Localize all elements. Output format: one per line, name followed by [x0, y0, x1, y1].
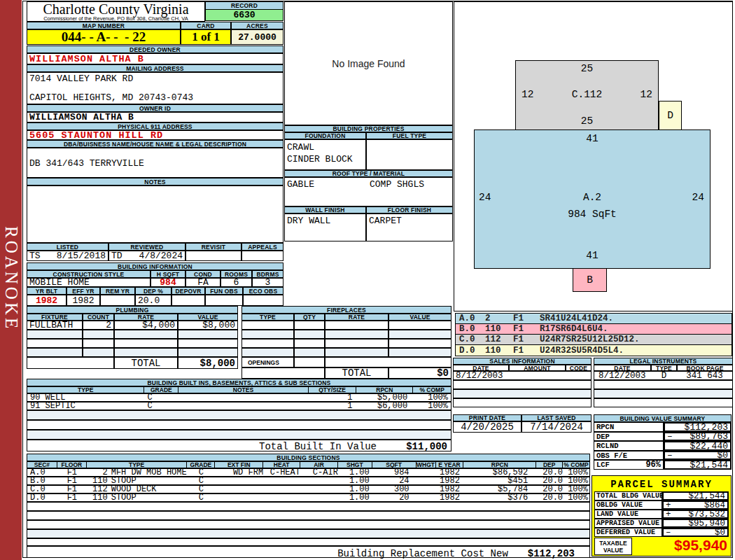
type-code: 112 — [87, 485, 108, 493]
parcel-amount: $0 — [715, 528, 725, 537]
deeded-owner-header: DEEDED OWNER — [27, 46, 284, 53]
parcel-value: +$864 — [662, 500, 729, 510]
roof-value-box: GABLE COMP SHGLS — [284, 177, 453, 206]
type-code: 110 — [87, 477, 108, 485]
wallfinish-value: DRY WALL — [284, 214, 366, 241]
owner-id-value: WILLIAMSON ALTHA B — [27, 112, 284, 122]
sections-col-grade: GRADE — [187, 462, 215, 468]
legal-col-bookpage: BOOK PAGE — [677, 365, 733, 371]
plumbing-total-spacer — [27, 357, 114, 369]
grade: C — [187, 493, 215, 502]
parcel-summary: PARCEL SUMMARY TOTAL BLDG VALUE $21,544 … — [592, 475, 732, 556]
builtins-comp: 100% — [413, 402, 451, 410]
shape-label: C.112 — [516, 89, 658, 100]
reviewed-value: TD4/8/2024 — [108, 251, 186, 261]
plumbing-value: $8,000 — [178, 321, 238, 330]
fireplaces-col-type: TYPE — [241, 314, 294, 321]
dep: 20.0 — [536, 485, 563, 493]
plumbing-col-value: VALUE — [178, 314, 238, 321]
openings-label: OPENINGS — [241, 357, 294, 368]
ext-fin: WD FRM — [215, 468, 263, 477]
plumbing-col-rate: RATE — [114, 314, 178, 321]
code-sec: B.0 — [456, 324, 485, 334]
yrblt-label: YR BLT — [27, 287, 66, 295]
bvs-label: DEP — [594, 432, 664, 441]
roof-type-value: GABLE — [287, 179, 314, 190]
sections-col-dep: DEP — [536, 462, 563, 468]
legal-description: DB 341/643 TERRYVILLE — [29, 158, 281, 169]
image-box: No Image Found — [284, 1, 453, 125]
dim-top: 25 — [516, 63, 658, 74]
fueltype-label: FUEL TYPE — [366, 132, 453, 139]
building-properties-header: BUILDING PROPERTIES — [284, 125, 453, 132]
plumbing-empty-row — [178, 330, 238, 339]
shgt: 1.00 — [338, 485, 372, 493]
code-floor: F1 — [513, 324, 540, 334]
sections-col-extfin: EXT FIN — [215, 462, 263, 468]
roof-material-value: COMP SHGLS — [370, 179, 424, 190]
bvs-label: RPCN — [594, 422, 664, 432]
floor: F1 — [57, 477, 87, 485]
builtins-col-rpcn: RPCN — [356, 387, 413, 393]
parcel-label: TOTAL BLDG VALUE — [594, 491, 662, 500]
fireplaces-total-value: $0 — [388, 368, 451, 379]
appeals-header: APPEALS — [241, 243, 284, 251]
shape-label: A.2 — [475, 192, 710, 203]
floor: F1 — [57, 485, 87, 493]
wallfinish-label: WALL FINISH — [284, 206, 366, 214]
sqft: 20 — [372, 493, 416, 502]
listed-value: TS8/15/2018 — [27, 251, 108, 261]
sections-col-shgt: SHGT — [338, 462, 372, 468]
roof-label: ROOF TYPE / MATERIAL — [284, 170, 453, 177]
eyear: 1982 — [436, 493, 464, 502]
parcel-amount: $864 — [704, 500, 725, 510]
parcel-amount: $21,544 — [688, 491, 725, 500]
taxable-label-line2: VALUE — [603, 547, 623, 554]
wallfinish-text: DRY WALL — [287, 216, 330, 226]
fireplaces-empty-row — [241, 339, 294, 348]
type-name: MFH DW MOB HOME — [108, 468, 188, 477]
sec: A.0 — [27, 468, 57, 477]
bvs-value: $21,544 — [664, 460, 732, 470]
commissioner-line: Commissioner of the Revenue, PO Box 308,… — [27, 16, 204, 22]
sections-header: BUILDING SECTIONS — [27, 454, 590, 461]
sqft: 984 — [372, 468, 416, 477]
grade: C — [187, 477, 215, 485]
code-type: 110 — [485, 346, 513, 356]
rcn-value: $112,203 — [489, 548, 575, 559]
sales-header: SALES INFORMATION — [453, 358, 592, 365]
eyear: 1982 — [436, 477, 464, 485]
card-value: 1 of 1 — [181, 29, 231, 45]
builtins-comp: 100% — [413, 393, 451, 402]
sec: B.0 — [27, 477, 57, 485]
cond-label: COND — [186, 270, 220, 278]
sales-col-code: CODE — [566, 365, 592, 371]
mailing-line2: CAPITOL HEIGHTS, MD 20743-0743 — [29, 92, 281, 103]
bvs-amount: $22,440 — [690, 441, 728, 451]
reviewed-date: 4/8/2024 — [139, 251, 183, 261]
mailing-address-header: MAILING ADDRESS — [27, 64, 284, 72]
rpcn: $376 — [463, 493, 536, 502]
appeals-value — [241, 251, 284, 261]
parcel-summary-title: PARCEL SUMMARY — [592, 476, 731, 490]
plumbing-empty-row — [114, 348, 178, 357]
listed-by: TS — [29, 251, 41, 261]
bvs-value: –$0 — [664, 451, 732, 460]
comp: 100% — [563, 468, 589, 477]
heat: C-HEAT — [263, 468, 300, 477]
dep-label: DEP % — [135, 287, 172, 295]
bvs-value: $22,440 — [664, 441, 732, 451]
floorfinish-label: FLOOR FINISH — [366, 206, 453, 214]
sketch-shape-c112: 25 12 C.112 12 25 — [515, 60, 659, 130]
builtins-col-notes: NOTES — [178, 387, 308, 393]
fireplaces-empty-row — [294, 321, 325, 330]
legal-empty-row — [594, 398, 733, 407]
fireplaces-col-qty: QTY — [294, 314, 325, 321]
shgt: 1.00 — [338, 468, 372, 477]
legal-date: 8/12/2003 — [594, 371, 651, 380]
last-saved-value: 7/14/2024 — [522, 421, 592, 433]
rpcn: $451 — [463, 477, 536, 485]
builtins-total-value: $11,000 — [358, 441, 447, 452]
code-floor: F1 — [513, 314, 540, 323]
shape-sqft: 984 SqFt — [475, 209, 710, 220]
